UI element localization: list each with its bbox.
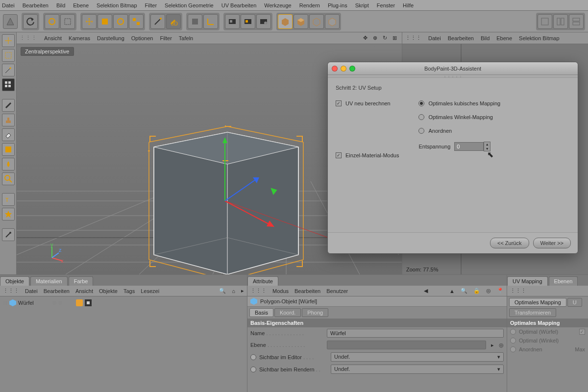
drag-handle-icon[interactable]: ⋮⋮⋮ bbox=[405, 35, 421, 41]
tab-objekte[interactable]: Objekte bbox=[0, 276, 29, 286]
amenu-modus[interactable]: Modus bbox=[272, 288, 289, 294]
relax-input[interactable] bbox=[454, 142, 484, 151]
stamp-icon[interactable] bbox=[2, 114, 15, 126]
menu-plugins[interactable]: Plug-ins bbox=[328, 2, 347, 8]
tab-farbe[interactable]: Farbe bbox=[69, 276, 94, 286]
transform-tool-icon[interactable] bbox=[129, 14, 144, 29]
wand-tool-icon[interactable] bbox=[150, 14, 165, 29]
back-arrow-icon[interactable]: ◀ bbox=[424, 288, 428, 294]
undo-button[interactable] bbox=[23, 14, 38, 29]
menu-rendern[interactable]: Rendern bbox=[299, 2, 320, 8]
cube-edge-icon[interactable] bbox=[325, 14, 340, 29]
view-ansicht[interactable]: Ansicht bbox=[44, 35, 62, 41]
menu-fenster[interactable]: Fenster bbox=[377, 2, 395, 8]
prop-sicht-rn-select[interactable]: Undef.▾ bbox=[331, 365, 504, 374]
menu-uv-bearbeiten[interactable]: UV Bearbeiten bbox=[221, 2, 257, 8]
pin-icon[interactable]: 📍 bbox=[497, 288, 504, 294]
amenu-benutzer[interactable]: Benutzer bbox=[326, 288, 348, 294]
rmenu-bild[interactable]: Bild bbox=[481, 35, 490, 41]
tab-materialien[interactable]: Materialien bbox=[30, 276, 68, 286]
menu-bearbeiten[interactable]: Bearbeiten bbox=[23, 2, 49, 8]
prop-name-input[interactable] bbox=[327, 329, 504, 338]
render-settings-icon[interactable] bbox=[256, 14, 271, 29]
vis-dot-icon[interactable] bbox=[52, 301, 56, 305]
lock-icon[interactable]: 🔒 bbox=[473, 288, 480, 294]
rmenu-ebene[interactable]: Ebene bbox=[496, 35, 512, 41]
radio-sichtbar-rendern[interactable] bbox=[250, 367, 256, 372]
amenu-bearbeiten[interactable]: Bearbeiten bbox=[294, 288, 320, 294]
subtab-transform[interactable]: Transformieren bbox=[509, 308, 556, 317]
omenu-tags[interactable]: Tags bbox=[123, 288, 135, 294]
eraser-icon[interactable] bbox=[2, 128, 15, 141]
radio-sichtbar-editor[interactable] bbox=[250, 354, 256, 360]
brush3d-tool-icon[interactable]: 3D bbox=[166, 14, 181, 29]
drop-icon[interactable] bbox=[2, 158, 15, 171]
omenu-bearbeiten[interactable]: Bearbeiten bbox=[44, 288, 70, 294]
arrow-icon[interactable]: ▸ bbox=[241, 288, 244, 294]
object-row-wuerfel[interactable]: ⊟ Würfel bbox=[2, 298, 245, 307]
menu-werkzeuge[interactable]: Werkzeuge bbox=[264, 2, 291, 8]
radio-arrange[interactable] bbox=[418, 128, 424, 134]
menu-selektion-geometrie[interactable]: Selektion Geometrie bbox=[165, 2, 214, 8]
render-region-icon[interactable] bbox=[241, 14, 255, 29]
rmenu-bearbeiten[interactable]: Bearbeiten bbox=[448, 35, 474, 41]
subtab-u[interactable]: U bbox=[567, 298, 582, 307]
tab-ebenen[interactable]: Ebenen bbox=[549, 276, 578, 286]
render-icon[interactable] bbox=[225, 14, 240, 29]
eyedropper-icon[interactable] bbox=[2, 228, 15, 241]
layout2-icon[interactable] bbox=[553, 14, 568, 29]
layout1-icon[interactable] bbox=[538, 14, 552, 29]
omenu-ansicht[interactable]: Ansicht bbox=[75, 288, 93, 294]
nav-icons[interactable]: ✥ ⊕ ↻ ⊞ bbox=[363, 35, 399, 41]
tab-attribute[interactable]: Attribute bbox=[247, 276, 278, 286]
rotate-tool-icon[interactable] bbox=[113, 14, 128, 29]
cube-shaded-icon[interactable] bbox=[294, 14, 308, 29]
view-optionen[interactable]: Optionen bbox=[131, 35, 153, 41]
view-tafeln[interactable]: Tafeln bbox=[179, 35, 193, 41]
omenu-objekte[interactable]: Objekte bbox=[99, 288, 118, 294]
radio-opt-cubic[interactable] bbox=[418, 100, 424, 106]
ebene-more-icon[interactable]: ▸ bbox=[489, 342, 496, 348]
menu-filter[interactable]: Filter bbox=[145, 2, 157, 8]
subtab-basis[interactable]: Basis bbox=[249, 308, 273, 317]
view-darstellung[interactable]: Darstellung bbox=[97, 35, 124, 41]
menu-selektion-bitmap[interactable]: Selektion Bitmap bbox=[97, 2, 137, 8]
relax-spinner[interactable]: ▲▼ bbox=[484, 142, 490, 151]
menu-datei[interactable]: Datei bbox=[2, 2, 15, 8]
subtab-koord[interactable]: Koord. bbox=[274, 308, 301, 317]
lasso-tool-icon[interactable] bbox=[60, 14, 75, 29]
target-icon[interactable]: ◎ bbox=[486, 288, 491, 294]
menu-skript[interactable]: Skript bbox=[355, 2, 369, 8]
rmenu-datei[interactable]: Datei bbox=[428, 35, 441, 41]
prop-ebene-input[interactable] bbox=[327, 341, 486, 349]
cube-solid-icon[interactable] bbox=[278, 14, 293, 29]
menu-bild[interactable]: Bild bbox=[56, 2, 65, 8]
axis-tool-icon[interactable] bbox=[188, 14, 202, 29]
omenu-datei[interactable]: Datei bbox=[25, 288, 38, 294]
search-icon[interactable]: 🔍 bbox=[219, 288, 226, 294]
wand-icon[interactable] bbox=[2, 64, 15, 76]
chk-uv-recalc[interactable]: ✓ bbox=[336, 100, 342, 106]
view-filter[interactable]: Filter bbox=[160, 35, 172, 41]
vis-dot-icon[interactable] bbox=[58, 301, 62, 305]
grid-icon[interactable] bbox=[2, 78, 15, 91]
view-kameras[interactable]: Kameras bbox=[69, 35, 90, 41]
subtab-phong[interactable]: Phong bbox=[302, 308, 328, 317]
ebene-target-icon[interactable]: ◎ bbox=[499, 342, 504, 348]
search2-icon[interactable]: 🔍 bbox=[461, 288, 467, 294]
coord-tool-icon[interactable] bbox=[203, 14, 218, 29]
zoom-icon[interactable] bbox=[2, 172, 15, 185]
fill-icon[interactable] bbox=[2, 143, 15, 156]
radio-opt-angle[interactable] bbox=[418, 114, 424, 120]
layout3-icon[interactable] bbox=[569, 14, 584, 29]
up-arrow-icon[interactable]: ▲ bbox=[449, 288, 455, 294]
move-tool-icon[interactable] bbox=[82, 14, 97, 29]
chk-single-material[interactable]: ✓ bbox=[336, 152, 342, 158]
scale-tool-icon[interactable] bbox=[98, 14, 112, 29]
move-arrows-icon[interactable] bbox=[2, 34, 15, 47]
subtab-opt-mapping[interactable]: Optimales Mapping bbox=[509, 298, 566, 307]
marquee-icon[interactable] bbox=[2, 49, 15, 62]
menu-hilfe[interactable]: Hilfe bbox=[403, 2, 414, 8]
back-button[interactable]: << Zurück bbox=[490, 238, 529, 248]
rmenu-selektion[interactable]: Selektion Bitmap bbox=[519, 35, 560, 41]
